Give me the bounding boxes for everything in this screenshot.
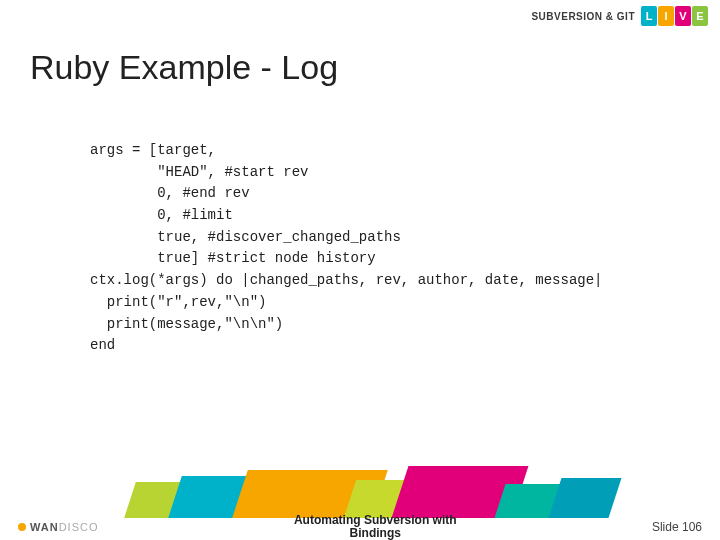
shape-icon	[232, 470, 388, 518]
brand-badge: SUBVERSION & GIT L I V E	[531, 6, 708, 26]
live-badge: L I V E	[641, 6, 708, 26]
live-i: I	[658, 6, 674, 26]
footer: WANDISCO Automating Subversion with Bind…	[0, 514, 720, 540]
wandisco-a: WAN	[30, 521, 59, 533]
wandisco-text: WANDISCO	[30, 521, 99, 533]
footer-title: Automating Subversion with Bindings	[294, 514, 457, 540]
shape-icon	[168, 476, 262, 518]
live-l: L	[641, 6, 657, 26]
dot-icon	[18, 523, 26, 531]
shape-icon	[392, 466, 529, 518]
wandisco-b: DISCO	[59, 521, 99, 533]
code-block: args = [target, "HEAD", #start rev 0, #e…	[90, 140, 602, 357]
shape-icon	[124, 482, 196, 518]
wandisco-logo: WANDISCO	[18, 521, 99, 533]
live-v: V	[675, 6, 691, 26]
slide: SUBVERSION & GIT L I V E Ruby Example - …	[0, 0, 720, 540]
slide-number: Slide 106	[652, 520, 702, 534]
brand-text: SUBVERSION & GIT	[531, 11, 635, 22]
slide-title: Ruby Example - Log	[30, 48, 338, 87]
live-e: E	[692, 6, 708, 26]
decorative-shapes	[0, 458, 720, 518]
shape-icon	[494, 484, 575, 518]
shape-icon	[549, 478, 622, 518]
